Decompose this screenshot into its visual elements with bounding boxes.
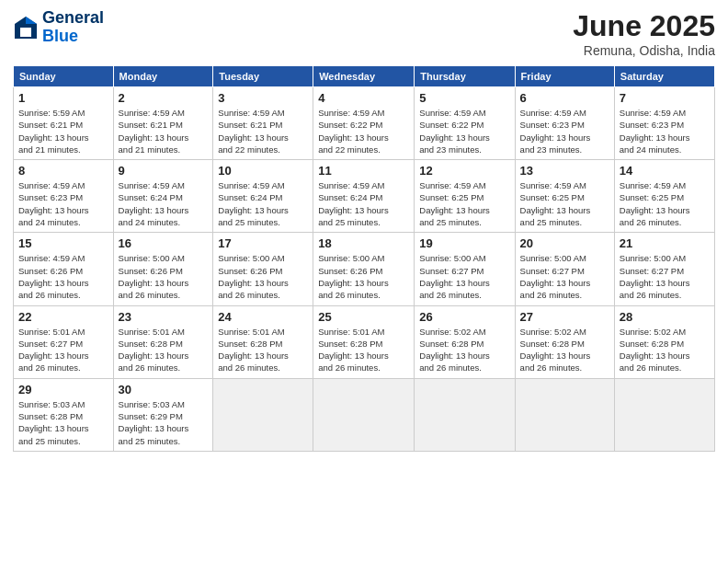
day-cell-8: 8 Sunrise: 4:59 AMSunset: 6:23 PMDayligh…: [14, 160, 114, 233]
day-number: 7: [620, 91, 710, 105]
day-info: Sunrise: 4:59 AMSunset: 6:23 PMDaylight:…: [620, 107, 710, 155]
day-info: Sunrise: 4:59 AMSunset: 6:23 PMDaylight:…: [520, 107, 609, 155]
day-cell-16: 16 Sunrise: 5:00 AMSunset: 6:26 PMDaylig…: [113, 233, 213, 305]
day-info: Sunrise: 4:59 AMSunset: 6:26 PMDaylight:…: [18, 252, 108, 301]
day-number: 1: [18, 91, 108, 105]
day-number: 8: [18, 164, 108, 178]
day-cell-21: 21 Sunrise: 5:00 AMSunset: 6:27 PMDaylig…: [614, 233, 714, 305]
day-info: Sunrise: 5:02 AMSunset: 6:28 PMDaylight:…: [520, 326, 609, 374]
day-info: Sunrise: 5:00 AMSunset: 6:27 PMDaylight:…: [520, 252, 609, 301]
day-cell-24: 24 Sunrise: 5:01 AMSunset: 6:28 PMDaylig…: [213, 305, 313, 378]
empty-cell: [515, 378, 614, 451]
day-info: Sunrise: 5:00 AMSunset: 6:27 PMDaylight:…: [419, 252, 509, 301]
day-number: 10: [218, 164, 308, 178]
day-info: Sunrise: 5:00 AMSunset: 6:26 PMDaylight:…: [119, 252, 209, 301]
svg-rect-3: [20, 28, 31, 37]
day-cell-22: 22 Sunrise: 5:01 AMSunset: 6:27 PMDaylig…: [14, 305, 114, 378]
day-number: 14: [620, 164, 710, 178]
header-monday: Monday: [113, 66, 213, 87]
day-info: Sunrise: 4:59 AMSunset: 6:21 PMDaylight:…: [119, 107, 209, 155]
empty-cell: [313, 378, 415, 451]
header-saturday: Saturday: [614, 66, 714, 87]
day-info: Sunrise: 4:59 AMSunset: 6:23 PMDaylight:…: [18, 179, 108, 228]
day-cell-14: 14 Sunrise: 4:59 AMSunset: 6:25 PMDaylig…: [614, 160, 714, 233]
day-info: Sunrise: 5:00 AMSunset: 6:26 PMDaylight:…: [318, 252, 409, 301]
day-number: 2: [119, 91, 209, 105]
day-info: Sunrise: 4:59 AMSunset: 6:22 PMDaylight:…: [318, 107, 409, 155]
title-block: June 2025 Remuna, Odisha, India: [573, 9, 715, 58]
day-number: 20: [520, 236, 609, 250]
day-cell-5: 5 Sunrise: 4:59 AMSunset: 6:22 PMDayligh…: [415, 87, 515, 160]
empty-cell: [415, 378, 515, 451]
day-cell-10: 10 Sunrise: 4:59 AMSunset: 6:24 PMDaylig…: [213, 160, 313, 233]
day-info: Sunrise: 4:59 AMSunset: 6:24 PMDaylight:…: [119, 179, 209, 228]
day-number: 21: [620, 236, 710, 250]
day-info: Sunrise: 5:03 AMSunset: 6:28 PMDaylight:…: [18, 398, 108, 447]
week-row-3: 15 Sunrise: 4:59 AMSunset: 6:26 PMDaylig…: [14, 233, 715, 305]
day-number: 13: [520, 164, 609, 178]
day-info: Sunrise: 5:00 AMSunset: 6:26 PMDaylight:…: [218, 252, 308, 301]
weekday-header-row: Sunday Monday Tuesday Wednesday Thursday…: [14, 66, 715, 87]
logo-text: General Blue: [42, 9, 104, 46]
day-number: 17: [218, 236, 308, 250]
day-cell-25: 25 Sunrise: 5:01 AMSunset: 6:28 PMDaylig…: [313, 305, 415, 378]
day-cell-7: 7 Sunrise: 4:59 AMSunset: 6:23 PMDayligh…: [614, 87, 714, 160]
week-row-1: 1 Sunrise: 5:59 AMSunset: 6:21 PMDayligh…: [14, 87, 715, 160]
day-info: Sunrise: 5:01 AMSunset: 6:27 PMDaylight:…: [18, 326, 108, 374]
day-cell-1: 1 Sunrise: 5:59 AMSunset: 6:21 PMDayligh…: [14, 87, 114, 160]
week-row-5: 29 Sunrise: 5:03 AMSunset: 6:28 PMDaylig…: [14, 378, 715, 451]
day-cell-15: 15 Sunrise: 4:59 AMSunset: 6:26 PMDaylig…: [14, 233, 114, 305]
day-info: Sunrise: 5:59 AMSunset: 6:21 PMDaylight:…: [18, 107, 108, 155]
week-row-2: 8 Sunrise: 4:59 AMSunset: 6:23 PMDayligh…: [14, 160, 715, 233]
logo: General Blue: [13, 9, 104, 46]
day-info: Sunrise: 4:59 AMSunset: 6:25 PMDaylight:…: [520, 179, 609, 228]
empty-cell: [614, 378, 714, 451]
location: Remuna, Odisha, India: [573, 43, 715, 58]
day-number: 27: [520, 310, 609, 324]
logo-line1: General: [42, 9, 104, 28]
day-info: Sunrise: 4:59 AMSunset: 6:25 PMDaylight:…: [419, 179, 509, 228]
day-info: Sunrise: 5:01 AMSunset: 6:28 PMDaylight:…: [318, 326, 409, 374]
page-container: General Blue June 2025 Remuna, Odisha, I…: [0, 0, 728, 461]
day-cell-12: 12 Sunrise: 4:59 AMSunset: 6:25 PMDaylig…: [415, 160, 515, 233]
day-number: 3: [218, 91, 308, 105]
day-info: Sunrise: 5:02 AMSunset: 6:28 PMDaylight:…: [419, 326, 509, 374]
day-number: 11: [318, 164, 409, 178]
day-cell-13: 13 Sunrise: 4:59 AMSunset: 6:25 PMDaylig…: [515, 160, 614, 233]
day-number: 24: [218, 310, 308, 324]
day-cell-30: 30 Sunrise: 5:03 AMSunset: 6:29 PMDaylig…: [113, 378, 213, 451]
day-cell-6: 6 Sunrise: 4:59 AMSunset: 6:23 PMDayligh…: [515, 87, 614, 160]
day-number: 16: [119, 236, 209, 250]
day-info: Sunrise: 5:01 AMSunset: 6:28 PMDaylight:…: [218, 326, 308, 374]
day-info: Sunrise: 4:59 AMSunset: 6:25 PMDaylight:…: [620, 179, 710, 228]
header-sunday: Sunday: [14, 66, 114, 87]
day-number: 5: [419, 91, 509, 105]
day-cell-19: 19 Sunrise: 5:00 AMSunset: 6:27 PMDaylig…: [415, 233, 515, 305]
day-cell-28: 28 Sunrise: 5:02 AMSunset: 6:28 PMDaylig…: [614, 305, 714, 378]
day-cell-2: 2 Sunrise: 4:59 AMSunset: 6:21 PMDayligh…: [113, 87, 213, 160]
empty-cell: [213, 378, 313, 451]
day-cell-17: 17 Sunrise: 5:00 AMSunset: 6:26 PMDaylig…: [213, 233, 313, 305]
day-number: 18: [318, 236, 409, 250]
day-cell-4: 4 Sunrise: 4:59 AMSunset: 6:22 PMDayligh…: [313, 87, 415, 160]
day-number: 30: [119, 383, 209, 396]
day-info: Sunrise: 5:03 AMSunset: 6:29 PMDaylight:…: [119, 398, 209, 447]
day-number: 15: [18, 236, 108, 250]
day-number: 19: [419, 236, 509, 250]
header-thursday: Thursday: [415, 66, 515, 87]
day-number: 9: [119, 164, 209, 178]
header: General Blue June 2025 Remuna, Odisha, I…: [13, 9, 715, 58]
day-number: 29: [18, 383, 108, 396]
day-info: Sunrise: 4:59 AMSunset: 6:24 PMDaylight:…: [218, 179, 308, 228]
day-number: 28: [620, 310, 710, 324]
day-cell-27: 27 Sunrise: 5:02 AMSunset: 6:28 PMDaylig…: [515, 305, 614, 378]
header-wednesday: Wednesday: [313, 66, 415, 87]
day-number: 26: [419, 310, 509, 324]
day-number: 22: [18, 310, 108, 324]
day-cell-23: 23 Sunrise: 5:01 AMSunset: 6:28 PMDaylig…: [113, 305, 213, 378]
day-number: 12: [419, 164, 509, 178]
day-number: 25: [318, 310, 409, 324]
day-cell-29: 29 Sunrise: 5:03 AMSunset: 6:28 PMDaylig…: [14, 378, 114, 451]
logo-icon: [13, 15, 39, 40]
day-cell-11: 11 Sunrise: 4:59 AMSunset: 6:24 PMDaylig…: [313, 160, 415, 233]
